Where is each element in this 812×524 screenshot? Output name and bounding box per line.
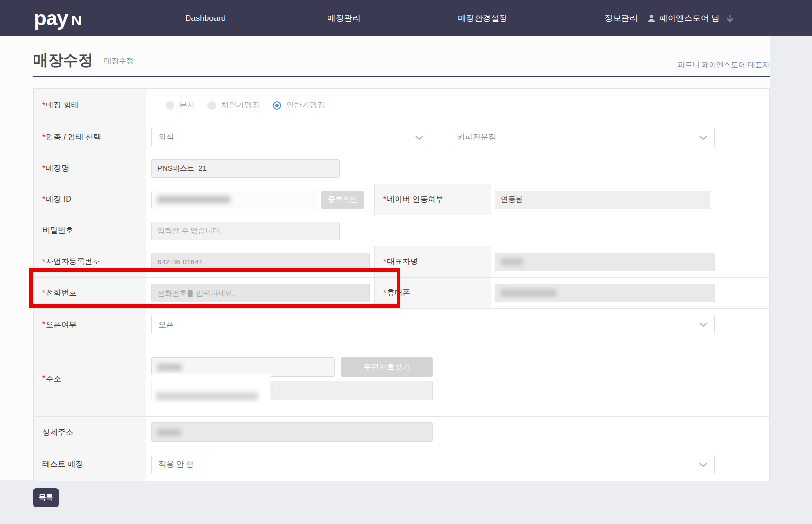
partner-name: 페이엔스토어-대표자	[702, 60, 770, 69]
list-button[interactable]: 목록	[33, 488, 59, 507]
row-business-number: * 사업자등록번호 * 대표자명	[34, 246, 769, 277]
redacted-store-id	[157, 196, 230, 203]
value-password	[146, 215, 769, 246]
value-mobile	[491, 278, 769, 308]
row-store-type: * 매장 형태 본사 체인가맹점 일반가맹점	[34, 89, 769, 122]
required-mark: *	[42, 374, 45, 383]
subtype-select[interactable]: 커피전문점	[450, 128, 715, 147]
required-mark: *	[383, 258, 386, 266]
ceo-name-input[interactable]	[495, 253, 715, 271]
user-menu[interactable]: 페이엔스토어 님	[647, 0, 734, 36]
row-store-name: * 매장명	[34, 153, 769, 184]
label-phone: * 전화번호	[34, 278, 146, 308]
value-store-type: 본사 체인가맹점 일반가맹점	[146, 89, 769, 122]
store-name-input[interactable]	[151, 159, 340, 178]
label-store-name: * 매장명	[34, 153, 146, 184]
label-open-status: * 오픈여부	[34, 309, 146, 341]
label-business-number: * 사업자등록번호	[34, 246, 146, 277]
radio-general-franchise[interactable]	[273, 101, 281, 110]
row-store-id: * 매장 ID 중복확인 * 네이버 연동여부	[34, 184, 769, 215]
value-naver-link	[491, 184, 769, 215]
row-address-detail: 상세주소	[34, 416, 769, 448]
value-category: 외식 커피전문점	[146, 122, 769, 153]
label-mobile: * 휴대폰	[375, 278, 491, 308]
phone-input[interactable]	[151, 284, 370, 302]
value-address-detail	[146, 417, 769, 448]
radio-label-general-franchise[interactable]: 일반가맹점	[286, 100, 325, 110]
redacted-mobile	[501, 289, 557, 297]
breadcrumb: 매장수정	[104, 56, 133, 66]
required-mark: *	[383, 195, 386, 204]
label-password: 비밀번호	[34, 215, 146, 246]
value-store-name	[146, 153, 769, 184]
page-header: 매장수정 매장수정 파트너 페이엔스토어-대표자	[33, 46, 770, 77]
value-business-number	[146, 246, 375, 277]
store-edit-page: pay N Dashboard 매장관리 매장환경설정 정보관리 페이엔스토어 …	[0, 0, 812, 524]
payn-logo[interactable]: pay N	[34, 8, 82, 29]
logo-text-pay: pay	[34, 8, 68, 29]
row-phone: * 전화번호 * 휴대폰	[34, 277, 769, 308]
row-password: 비밀번호	[34, 215, 769, 246]
label-test-store: 테스트 매장	[34, 448, 146, 481]
label-store-id: * 매장 ID	[34, 184, 146, 215]
label-store-type: * 매장 형태	[34, 89, 146, 122]
value-test-store: 적용 안 함	[146, 448, 769, 481]
radio-label-chain-franchise[interactable]: 체인가맹점	[221, 100, 260, 110]
password-input[interactable]	[151, 222, 340, 240]
page-title: 매장수정	[33, 50, 93, 70]
label-category: * 업종 / 업태 선택	[34, 122, 146, 153]
test-store-select[interactable]: 적용 안 함	[151, 455, 715, 474]
required-mark: *	[42, 133, 45, 142]
row-address: * 주소 우편번호찾기	[34, 341, 769, 416]
store-edit-form: * 매장 형태 본사 체인가맹점 일반가맹점 * 업종 / 업태 선택	[33, 88, 770, 481]
value-open-status: 오픈	[146, 309, 769, 341]
redaction-overlay	[151, 374, 271, 406]
chevron-down-icon	[415, 135, 424, 140]
radio-chain-franchise[interactable]	[207, 101, 216, 110]
label-address: * 주소	[34, 341, 146, 416]
chevron-down-icon	[699, 135, 708, 140]
duplicate-check-button[interactable]: 중복확인	[321, 191, 364, 209]
label-naver-link: * 네이버 연동여부	[375, 184, 491, 215]
open-status-select[interactable]: 오픈	[151, 315, 715, 334]
chevron-down-icon	[699, 322, 708, 327]
required-mark: *	[42, 195, 45, 204]
nav-dashboard[interactable]: Dashboard	[136, 0, 275, 36]
required-mark: *	[42, 101, 45, 110]
chevron-down-icon	[699, 462, 708, 467]
store-id-input[interactable]	[151, 191, 316, 209]
row-test-store: 테스트 매장 적용 안 함	[34, 448, 769, 481]
partner-prefix: 파트너	[678, 60, 700, 69]
required-mark: *	[42, 320, 45, 329]
nav-store-environment-settings[interactable]: 매장환경설정	[414, 0, 552, 36]
mobile-input[interactable]	[495, 284, 715, 302]
nav-store-management[interactable]: 매장관리	[275, 0, 413, 36]
zipcode-search-button[interactable]: 우편번호찾기	[341, 357, 433, 377]
radio-label-headquarters[interactable]: 본사	[179, 100, 195, 110]
user-icon	[647, 14, 656, 22]
radio-headquarters[interactable]	[166, 101, 174, 110]
label-ceo-name: * 대표자명	[375, 246, 491, 277]
label-address-detail: 상세주소	[34, 417, 146, 448]
required-mark: *	[42, 258, 45, 266]
row-open-status: * 오픈여부 오픈	[34, 308, 769, 341]
value-ceo-name	[491, 246, 769, 277]
row-category: * 업종 / 업태 선택 외식 커피전문점	[34, 122, 769, 153]
redacted-address-detail	[157, 429, 181, 436]
arrow-down-icon	[726, 14, 734, 23]
industry-select[interactable]: 외식	[151, 128, 431, 147]
address-detail-input[interactable]	[151, 422, 433, 442]
business-number-input[interactable]	[151, 253, 370, 271]
main-menu: Dashboard 매장관리 매장환경설정 정보관리	[136, 0, 691, 36]
required-mark: *	[42, 164, 45, 173]
value-address: 우편번호찾기	[146, 341, 769, 416]
user-name: 페이엔스토어 님	[659, 13, 720, 24]
required-mark: *	[383, 289, 386, 297]
top-navbar: pay N Dashboard 매장관리 매장환경설정 정보관리 페이엔스토어 …	[0, 0, 812, 36]
value-phone	[146, 278, 375, 308]
store-type-radio-group: 본사 체인가맹점 일반가맹점	[166, 100, 333, 110]
naver-link-input[interactable]	[495, 191, 710, 209]
partner-info: 파트너 페이엔스토어-대표자	[678, 60, 770, 70]
redacted-zipcode	[157, 364, 182, 371]
required-mark: *	[42, 289, 45, 297]
